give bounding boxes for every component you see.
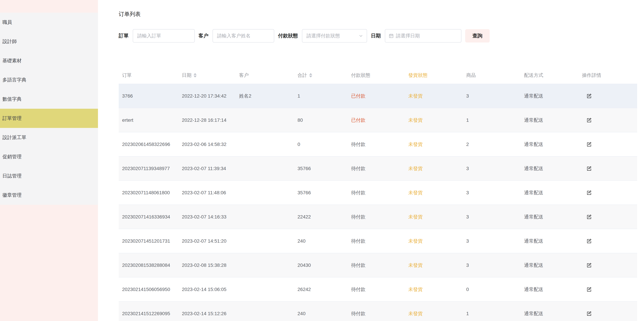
cell-delivery-method: 通常配送 (521, 286, 578, 293)
sidebar-item-link[interactable]: 數值字典 (0, 90, 98, 109)
column-header: 操作詳情 (578, 72, 637, 79)
cell-goods-count: 3 (463, 190, 521, 195)
cell-payment-status: 已付款 (348, 93, 405, 99)
cell-order: 202302071416336934 (119, 214, 178, 220)
cell-goods-count: 3 (463, 93, 521, 99)
cell-goods-count: 3 (463, 238, 521, 244)
cell-date: 2023-02-07 11:48:06 (178, 190, 236, 195)
cell-order: 202302061458322696 (119, 142, 178, 147)
cell-order: 202302071148061800 (119, 190, 178, 195)
edit-order-button[interactable] (586, 263, 592, 268)
column-header-label: 客户 (239, 72, 249, 79)
cell-date: 2023-02-14 15:06:05 (178, 287, 236, 292)
cell-delivery-method: 通常配送 (521, 238, 578, 244)
pen-square-icon (586, 94, 592, 99)
edit-order-button[interactable] (586, 142, 592, 147)
sidebar-item-link[interactable]: 設計派工單 (0, 128, 98, 147)
cell-action (578, 118, 637, 123)
edit-order-button[interactable] (586, 190, 592, 195)
column-header-label: 日期 (182, 72, 192, 79)
edit-order-button[interactable] (586, 238, 592, 244)
order-filter-field (133, 29, 195, 43)
cell-shipping-status: 未發貨 (405, 117, 463, 123)
sidebar-item-label: 多語言字典 (2, 77, 26, 83)
column-header-label: 操作詳情 (582, 72, 601, 79)
cell-goods-count: 3 (463, 214, 521, 220)
pen-square-icon (586, 263, 592, 268)
cell-payment-status: 待付款 (348, 141, 405, 148)
pen-square-icon (586, 118, 592, 123)
edit-order-button[interactable] (586, 118, 592, 123)
cell-total: 1 (294, 93, 348, 99)
cell-order: 3766 (119, 93, 178, 99)
edit-order-button[interactable] (586, 311, 592, 316)
cell-order: ertert (119, 117, 178, 123)
sort-ascending-icon[interactable] (194, 73, 197, 75)
customer-filter-label: 客户 (198, 33, 208, 39)
cell-action (578, 263, 637, 268)
pen-square-icon (586, 190, 592, 195)
sidebar-item-link[interactable]: 基礎素材 (0, 51, 98, 70)
sort-descending-icon[interactable] (309, 76, 312, 78)
table-row: 202302081538288084 2023-02-08 15:38:28 2… (119, 253, 637, 277)
column-header[interactable]: 合計 (294, 72, 348, 79)
edit-order-button[interactable] (586, 214, 592, 219)
cell-order: 202302071139348977 (119, 166, 178, 171)
cell-date: 2023-02-06 14:58:32 (178, 142, 236, 147)
column-header-label: 合計 (298, 72, 307, 79)
sidebar-item-label: 基礎素材 (2, 58, 22, 64)
chevron-down-icon (358, 34, 363, 38)
filter-bar: 訂單 客户 付款狀態 請選擇付款狀態 日期 (119, 29, 490, 43)
cell-payment-status: 待付款 (348, 238, 405, 244)
edit-order-button[interactable] (586, 287, 592, 292)
table-row: 202302071148061800 2023-02-07 11:48:06 3… (119, 181, 637, 205)
cell-action (578, 287, 637, 292)
sidebar-item-link[interactable]: 促銷管理 (0, 147, 98, 166)
sidebar-item-link[interactable]: 徽章管理 (0, 186, 98, 205)
cell-delivery-method: 通常配送 (521, 189, 578, 196)
sidebar-item-link[interactable]: 職員 (0, 13, 98, 32)
sort-carets-icon[interactable] (194, 73, 197, 78)
cell-action (578, 214, 637, 219)
sidebar-item-label: 日誌管理 (2, 173, 22, 179)
cell-payment-status: 待付款 (348, 286, 405, 293)
cell-shipping-status: 未發貨 (405, 141, 463, 148)
sidebar-item-link[interactable]: 多語言字典 (0, 70, 98, 90)
cell-date: 2023-02-14 15:12:26 (178, 311, 236, 316)
cell-total: 240 (294, 238, 348, 244)
cell-shipping-status: 未發貨 (405, 93, 463, 99)
column-header-label: 商品 (466, 72, 476, 79)
sidebar-item-link[interactable]: 日誌管理 (0, 166, 98, 186)
table-row: 202302141512269095 2023-02-14 15:12:26 2… (119, 302, 637, 321)
cell-action (578, 142, 637, 147)
sort-ascending-icon[interactable] (309, 73, 312, 75)
column-header[interactable]: 日期 (178, 72, 236, 79)
cell-action (578, 94, 637, 99)
payment-status-select[interactable]: 請選擇付款狀態 (302, 29, 367, 43)
table-row: 202302141506056950 2023-02-14 15:06:05 2… (119, 277, 637, 302)
sidebar-item-active[interactable]: 訂單管理 (0, 109, 98, 128)
cell-goods-count: 1 (463, 117, 521, 123)
cell-order: 202302081538288084 (119, 262, 178, 268)
edit-order-button[interactable] (586, 94, 592, 99)
cell-date: 2022-12-20 17:34:42 (178, 93, 236, 99)
payment-status-filter-label: 付款狀態 (278, 33, 298, 39)
search-button[interactable]: 查詢 (465, 29, 490, 43)
customer-input[interactable] (213, 33, 274, 39)
order-input[interactable] (133, 33, 194, 39)
sort-carets-icon[interactable] (309, 73, 312, 78)
cell-delivery-method: 通常配送 (521, 141, 578, 148)
date-input[interactable] (394, 33, 461, 39)
cell-payment-status: 待付款 (348, 214, 405, 220)
edit-order-button[interactable] (586, 166, 592, 171)
cell-total: 80 (294, 117, 348, 123)
cell-shipping-status: 未發貨 (405, 238, 463, 244)
cell-date: 2023-02-07 14:51:20 (178, 238, 236, 244)
cell-total: 20430 (294, 262, 348, 268)
table-header-row: 订單 日期 客户 合計 付款狀態 發貨狀態 商品 配送方式 操作詳情 (119, 67, 637, 84)
cell-action (578, 311, 637, 316)
cell-delivery-method: 通常配送 (521, 214, 578, 220)
table-row: 202302061458322696 2023-02-06 14:58:32 0… (119, 132, 637, 157)
sidebar-item-link[interactable]: 設計師 (0, 32, 98, 51)
sort-descending-icon[interactable] (194, 76, 197, 78)
